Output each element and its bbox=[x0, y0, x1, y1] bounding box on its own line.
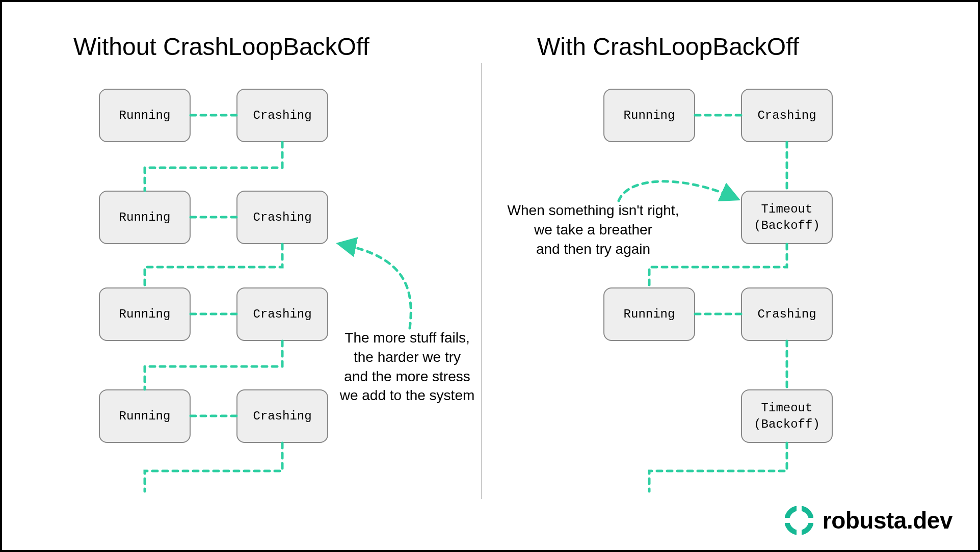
svg-rect-3 bbox=[785, 518, 792, 523]
lifebuoy-icon bbox=[785, 506, 813, 535]
heading-left: Without CrashLoopBackOff bbox=[73, 33, 369, 61]
annotation-line: and then try again bbox=[536, 241, 650, 257]
state-node-running: Running bbox=[99, 191, 191, 244]
state-node-running: Running bbox=[99, 389, 191, 443]
annotation-line: we take a breather bbox=[534, 222, 652, 238]
diagram-frame: Without CrashLoopBackOff With CrashLoopB… bbox=[0, 0, 980, 552]
annotation-line: the harder we try bbox=[354, 349, 461, 365]
heading-right: With CrashLoopBackOff bbox=[537, 33, 799, 61]
state-node-crashing: Crashing bbox=[236, 89, 328, 142]
state-node-running: Running bbox=[603, 89, 695, 142]
brand-logo: robusta.dev bbox=[785, 506, 952, 535]
state-node-crashing: Crashing bbox=[236, 191, 328, 244]
brand-text: robusta.dev bbox=[823, 507, 952, 534]
annotation-line: The more stuff fails, bbox=[345, 330, 469, 346]
annotation-line: we add to the system bbox=[340, 387, 475, 403]
svg-rect-4 bbox=[806, 518, 813, 523]
state-node-running: Running bbox=[99, 287, 191, 341]
annotation-right: When something isn't right, we take a br… bbox=[489, 201, 698, 258]
annotation-left: The more stuff fails, the harder we try … bbox=[328, 328, 486, 405]
state-node-crashing: Crashing bbox=[236, 389, 328, 443]
svg-rect-1 bbox=[797, 506, 802, 513]
state-node-crashing: Crashing bbox=[741, 287, 833, 341]
annotation-line: and the more stress bbox=[344, 369, 470, 384]
state-node-timeout: Timeout (Backoff) bbox=[741, 389, 833, 443]
state-node-running: Running bbox=[603, 287, 695, 341]
vertical-divider bbox=[481, 63, 482, 499]
annotation-line: When something isn't right, bbox=[508, 202, 679, 218]
connectors bbox=[2, 2, 980, 552]
state-node-crashing: Crashing bbox=[236, 287, 328, 341]
state-node-running: Running bbox=[99, 89, 191, 142]
state-node-timeout: Timeout (Backoff) bbox=[741, 191, 833, 244]
svg-rect-2 bbox=[797, 528, 802, 535]
state-node-crashing: Crashing bbox=[741, 89, 833, 142]
